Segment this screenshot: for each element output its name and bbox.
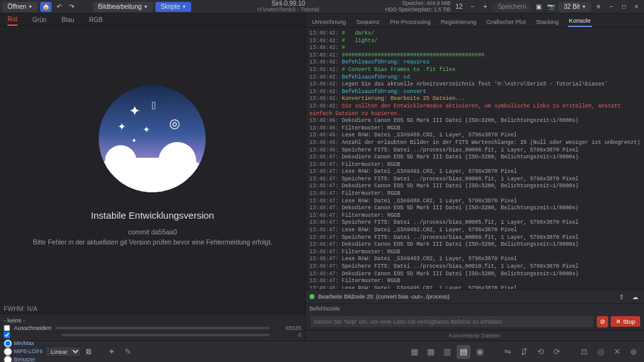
tab-konsole[interactable]: Konsole [568, 15, 592, 27]
mirror-v-icon[interactable]: ⇵ [517, 345, 531, 359]
chain-icon[interactable]: ⛓ [84, 347, 94, 357]
mode-combo[interactable]: Linear [45, 346, 81, 357]
globe-icon[interactable]: ⊕ [626, 345, 640, 359]
command-input[interactable] [309, 315, 594, 328]
redo-icon[interactable]: ↷ [67, 2, 77, 12]
save-button[interactable]: Speichern [492, 2, 531, 12]
rotate-r-icon[interactable]: ⟳ [550, 345, 564, 359]
show-checkbox[interactable] [4, 332, 10, 338]
image-edit-label: Bildbearbeitung [98, 3, 142, 10]
siril-logo: ✦ 𖦹 ✦ ✦ ◎ ✦ [99, 85, 206, 192]
caret-icon: ▼ [182, 4, 186, 9]
status-dot-icon [309, 294, 314, 299]
tab-stacking[interactable]: Stacking [535, 16, 560, 27]
tab-registrierung[interactable]: Registrierung [440, 16, 478, 27]
min-value: 0 [274, 332, 301, 338]
tab-blau[interactable]: Blau [62, 14, 74, 25]
menu-icon[interactable]: ≡ [594, 2, 604, 12]
radio-mips-label: MIPS-LO/HI [14, 348, 43, 354]
fwhm-label: FWHM: N/A [0, 304, 305, 314]
tab-rgb[interactable]: RGB [89, 14, 103, 25]
status-text: Bearbeite Bildzeile 25: (convert bias -o… [318, 293, 450, 300]
compass-icon[interactable]: ✕ [610, 345, 624, 359]
radio-minmax-label: Min/Max [14, 340, 34, 346]
mirror-h-icon[interactable]: ⇋ [501, 345, 514, 359]
view-grid4-icon[interactable]: ▤ [457, 345, 470, 359]
tool-wand-icon[interactable]: ✎ [121, 345, 135, 359]
tab-sequenz[interactable]: Sequenz [355, 16, 381, 27]
radio-user[interactable] [4, 356, 12, 362]
tab-plot[interactable]: Grafischer Plot [485, 16, 527, 27]
color-tabs: Rot Grün Blau RGB [0, 14, 305, 26]
snap-icon[interactable]: 📷 [546, 2, 556, 12]
tab-preprocessing[interactable]: Pre-Processing [389, 16, 432, 27]
radio-user-label: Benutzer [14, 356, 35, 362]
command-label: Befehlszeile [306, 304, 644, 313]
caret-icon: ▼ [28, 4, 33, 9]
clear-icon[interactable]: ☁ [630, 292, 640, 302]
hdd-label: HDD-Speicherplatz: 1.5 TiB [385, 7, 450, 13]
cut-label: Ausschneiden [14, 324, 52, 331]
warning-icon[interactable]: ⊘ [597, 316, 608, 327]
bitdepth-button[interactable]: 32 Bit▼ [558, 2, 591, 12]
max-value: 65535 [274, 325, 301, 331]
tab-gruen[interactable]: Grün [33, 14, 47, 25]
histogram-panel: - keins - Ausschneiden 65535 0 [0, 314, 305, 341]
count-badge: 12 [453, 3, 465, 10]
path-subtitle: H:\Astro\Serie3 - Tutorial [194, 7, 382, 13]
tab-umrechnung[interactable]: Umrechnung [311, 16, 347, 27]
main-toolbar: Öffnen▼ 🏠 ↶ ↷ Bildbearbeitung▼ Skripte▼ … [0, 0, 644, 14]
right-tabs: Umrechnung Sequenz Pre-Processing Regist… [306, 14, 644, 28]
scripts-button[interactable]: Skripte▼ [155, 2, 191, 12]
status-bar: Bearbeite Bildzeile 25: (convert bias -o… [306, 289, 644, 304]
version-title: Instabile Entwicklungsversion [91, 210, 214, 221]
maximize-icon[interactable]: □ [619, 2, 629, 12]
min-slider[interactable] [62, 334, 270, 336]
keins-label: - keins - [4, 317, 25, 324]
home-button[interactable]: 🏠 [40, 2, 52, 12]
open-label: Öffnen [8, 3, 26, 10]
view-grid2-icon[interactable]: ▩ [424, 345, 438, 359]
radio-mips[interactable] [4, 348, 12, 356]
caret-icon: ▼ [143, 4, 148, 9]
bitdepth-label: 32 Bit [564, 3, 580, 10]
export-icon[interactable]: ⇪ [616, 292, 626, 302]
open-button[interactable]: Öffnen▼ [3, 2, 38, 12]
rotate-l-icon[interactable]: ⟲ [533, 345, 547, 359]
caret-icon: ▼ [582, 4, 586, 9]
balance-icon[interactable]: ⚖ [577, 345, 591, 359]
tab-rot[interactable]: Rot [8, 14, 18, 26]
plus-icon[interactable]: + [480, 2, 490, 12]
tool-star-icon[interactable]: ✦ [105, 345, 119, 359]
undo-icon[interactable]: ↶ [54, 2, 64, 12]
preview-area: ✦ 𖦹 ✦ ✦ ◎ ✦ Instabile Entwicklungsversio… [0, 26, 305, 304]
view-grid1-icon[interactable]: ▦ [408, 345, 421, 359]
display-mode-radios: Min/Max MIPS-LO/HI Benutzer [4, 339, 43, 362]
stop-label: Stop [623, 318, 635, 325]
image-edit-button[interactable]: Bildbearbeitung▼ [93, 2, 153, 12]
title-area: Siril-0.99.10 H:\Astro\Serie3 - Tutorial [194, 0, 382, 13]
max-slider[interactable] [55, 327, 270, 329]
minimize-icon[interactable]: − [606, 2, 616, 12]
version-commit: commit da55aa0 [128, 228, 177, 236]
radio-minmax[interactable] [4, 339, 12, 348]
view-grid5-icon[interactable]: ▣ [473, 345, 487, 359]
view-grid3-icon[interactable]: ▥ [440, 345, 454, 359]
minus-icon[interactable]: − [467, 2, 477, 12]
fit-icon[interactable]: ▣ [533, 2, 543, 12]
cut-checkbox[interactable] [4, 325, 10, 331]
scripts-label: Skripte [160, 3, 180, 10]
stop-button[interactable]: ✕ Stop [611, 316, 640, 327]
target-icon[interactable]: ◎ [594, 345, 608, 359]
footer-bar: Min/Max MIPS-LO/HI Benutzer Linear ⛓ ✦ ✎… [0, 341, 644, 362]
right-footer: Konvertierte Dateien [306, 330, 644, 341]
memory-info: Speicher: 404.9 MiB HDD-Speicherplatz: 1… [385, 1, 450, 13]
command-row: ⊘ ✕ Stop [306, 313, 644, 330]
close-icon[interactable]: × [631, 2, 641, 12]
version-note: Bitte Fehler in der aktuellsten git Vers… [33, 238, 272, 246]
console-output[interactable]: 13:49:42: # darks/ 13:49:42: # lights/ 1… [306, 28, 644, 289]
